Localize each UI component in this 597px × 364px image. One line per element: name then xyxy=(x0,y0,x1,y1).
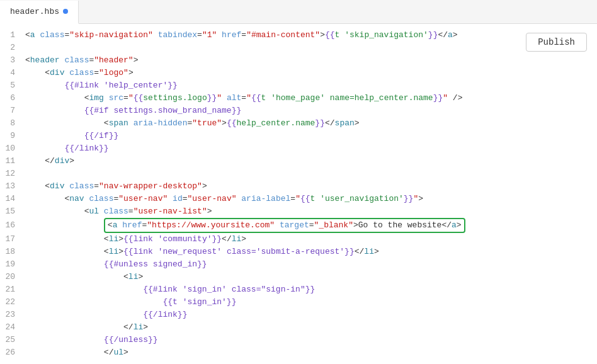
tab-header-hbs[interactable]: header.hbs xyxy=(0,1,79,24)
code-line: 18 <li>{{link 'new_request' class='submi… xyxy=(0,246,597,258)
line-content: <li>{{link 'new_request' class='submit-a… xyxy=(25,246,597,258)
code-line: 13 <div class="nav-wrapper-desktop"> xyxy=(0,180,597,193)
line-content: <header class="header"> xyxy=(25,54,597,67)
line-content: <div class="nav-wrapper-desktop"> xyxy=(25,180,597,193)
line-content: {{#if settings.show_brand_name}} xyxy=(25,105,597,117)
line-content: <a class="skip-navigation" tabindex="1" … xyxy=(25,29,597,42)
publish-button[interactable]: Publish xyxy=(526,33,587,52)
line-content: {{#unless signed_in}} xyxy=(25,258,597,271)
code-line: 8 <span aria-hidden="true">{{help_center… xyxy=(0,117,597,130)
line-content: <nav class="user-nav" id="user-nav" aria… xyxy=(25,193,597,205)
code-line: 11 </div> xyxy=(0,155,597,168)
code-line: 2 xyxy=(0,42,597,54)
line-number: 18 xyxy=(0,246,25,258)
code-line: 12 xyxy=(0,168,597,180)
line-content: {{/if}} xyxy=(25,130,597,142)
line-number: 16 xyxy=(0,219,25,232)
line-content: <li> xyxy=(25,271,597,283)
code-line: 22 {{t 'sign_in'}} xyxy=(0,296,597,309)
line-number: 15 xyxy=(0,205,25,218)
code-line: 17 <li>{{link 'community'}}</li> xyxy=(0,233,597,246)
line-content: {{t 'sign_in'}} xyxy=(25,296,597,309)
code-line: 25 {{/unless}} xyxy=(0,334,597,346)
code-line: 21 {{#link 'sign_in' class="sign-in"}} xyxy=(0,283,597,296)
line-number: 17 xyxy=(0,233,25,246)
line-number: 5 xyxy=(0,79,25,92)
tab-modified-dot xyxy=(63,9,68,14)
code-container: 1<a class="skip-navigation" tabindex="1"… xyxy=(0,24,597,364)
code-line: 1<a class="skip-navigation" tabindex="1"… xyxy=(0,29,597,42)
line-number: 2 xyxy=(0,42,25,54)
line-number: 20 xyxy=(0,271,25,283)
line-number: 10 xyxy=(0,142,25,155)
line-number: 24 xyxy=(0,321,25,334)
line-content: </div> xyxy=(25,155,597,168)
line-number: 13 xyxy=(0,180,25,193)
line-number: 22 xyxy=(0,296,25,309)
code-line: 19 {{#unless signed_in}} xyxy=(0,258,597,271)
code-line: 23 {{/link}} xyxy=(0,309,597,321)
line-content: </ul> xyxy=(25,346,597,359)
code-line: 7 {{#if settings.show_brand_name}} xyxy=(0,105,597,117)
line-number: 8 xyxy=(0,117,25,130)
code-line: 3<header class="header"> xyxy=(0,54,597,67)
code-line: 9 {{/if}} xyxy=(0,130,597,142)
line-content: {{/unless}} xyxy=(25,334,597,346)
tab-label: header.hbs xyxy=(10,7,59,16)
line-content: <ul class="user-nav-list"> xyxy=(25,205,597,218)
code-line: 15 <ul class="user-nav-list"> xyxy=(0,205,597,218)
code-line: 4 <div class="logo"> xyxy=(0,67,597,79)
code-line: 26 </ul> xyxy=(0,346,597,359)
line-number: 7 xyxy=(0,105,25,117)
line-number: 19 xyxy=(0,258,25,271)
code-line: 10 {{/link}} xyxy=(0,142,597,155)
line-number: 14 xyxy=(0,193,25,205)
publish-btn-container: Publish xyxy=(526,33,587,52)
line-content: {{/link}} xyxy=(25,309,597,321)
line-content: </li> xyxy=(25,321,597,334)
line-content: <span aria-hidden="true">{{help_center.n… xyxy=(25,117,597,130)
code-line: 14 <nav class="user-nav" id="user-nav" a… xyxy=(0,193,597,205)
line-number: 11 xyxy=(0,155,25,168)
line-number: 21 xyxy=(0,283,25,296)
line-number: 9 xyxy=(0,130,25,142)
line-number: 12 xyxy=(0,168,25,180)
line-content: {{#link 'help_center'}} xyxy=(25,79,597,92)
line-number: 1 xyxy=(0,29,25,42)
tab-bar: header.hbs xyxy=(0,0,597,24)
line-number: 23 xyxy=(0,309,25,321)
line-content: {{#link 'sign_in' class="sign-in"}} xyxy=(25,283,597,296)
code-line: 6 <img src="{{settings.logo}}" alt="{{t … xyxy=(0,92,597,105)
editor-area: Publish 1<a class="skip-navigation" tabi… xyxy=(0,24,597,364)
line-number: 4 xyxy=(0,67,25,79)
code-line: 20 <li> xyxy=(0,271,597,283)
line-content: <img src="{{settings.logo}}" alt="{{t 'h… xyxy=(25,92,597,105)
code-line: 16 <a href="https://www.yoursite.com" ta… xyxy=(0,218,597,233)
code-line: 5 {{#link 'help_center'}} xyxy=(0,79,597,92)
line-content: <div class="logo"> xyxy=(25,67,597,79)
line-number: 6 xyxy=(0,92,25,105)
code-line: 24 </li> xyxy=(0,321,597,334)
line-number: 3 xyxy=(0,54,25,67)
line-content: {{/link}} xyxy=(25,142,597,155)
line-number: 26 xyxy=(0,346,25,359)
line-content: <a href="https://www.yoursite.com" targe… xyxy=(25,218,597,233)
line-content: <li>{{link 'community'}}</li> xyxy=(25,233,597,246)
line-number: 25 xyxy=(0,334,25,346)
